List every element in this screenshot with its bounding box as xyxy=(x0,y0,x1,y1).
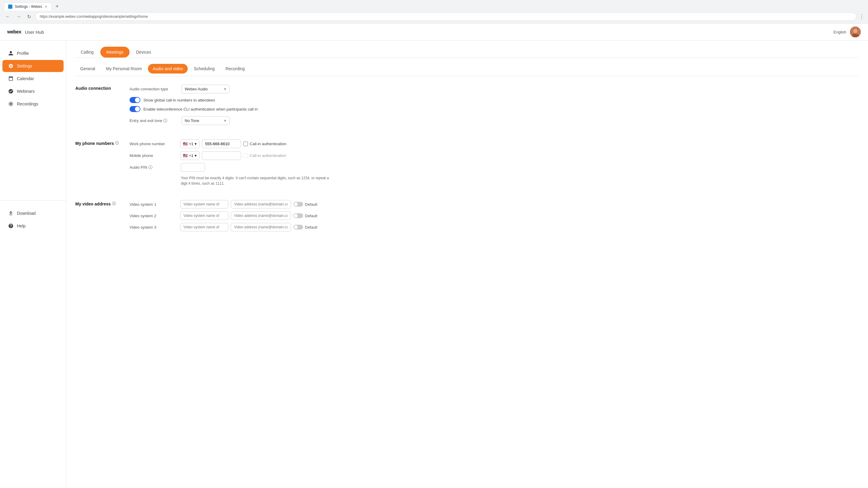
video-system-3-name-input[interactable] xyxy=(180,223,228,231)
sidebar-item-webinars[interactable]: Webinars xyxy=(2,85,64,97)
subtab-audio-video[interactable]: Audio and video xyxy=(148,64,188,73)
audio-pin-label: Audio PIN ⓘ xyxy=(129,165,178,170)
new-tab-button[interactable]: + xyxy=(53,3,61,10)
audio-pin-info-icon[interactable]: ⓘ xyxy=(149,165,152,170)
video-system-3-default: Default xyxy=(293,225,317,230)
video-system-3-address-input[interactable] xyxy=(231,223,291,231)
work-phone-chevron-icon: ▾ xyxy=(195,142,197,146)
chevron-down-icon: ▾ xyxy=(224,87,226,91)
sidebar-label-recordings: Recordings xyxy=(17,101,38,106)
forward-button[interactable]: → xyxy=(14,13,23,21)
audio-connection-label: Audio connection xyxy=(75,85,124,91)
logo-text: webex xyxy=(7,29,21,34)
video-system-2-address-input[interactable] xyxy=(231,211,291,220)
subtab-scheduling[interactable]: Scheduling xyxy=(189,64,219,73)
sub-tabs: General My Personal Room Audio and video… xyxy=(75,64,859,76)
tab-calling[interactable]: Calling xyxy=(75,47,99,58)
mobile-phone-label: Mobile phone xyxy=(129,153,178,158)
subtab-personal-room[interactable]: My Personal Room xyxy=(101,64,147,73)
top-tabs: Calling Meetings Devices xyxy=(75,47,859,58)
svg-point-1 xyxy=(853,29,858,33)
video-system-1-address-input[interactable] xyxy=(231,200,291,209)
video-system-1-label: Video system 1 xyxy=(129,202,178,207)
phone-numbers-label: My phone numbers ⓘ xyxy=(75,140,124,146)
video-system-2-default: Default xyxy=(293,213,317,218)
video-system-3-row: Video system 3 Default xyxy=(129,223,859,231)
work-phone-label: Work phone number xyxy=(129,142,178,146)
work-call-in-label: Call-in authentication xyxy=(250,142,286,146)
entry-exit-tone-info-icon[interactable]: ⓘ xyxy=(163,118,167,123)
sidebar-label-profile: Profile xyxy=(17,51,29,56)
work-phone-row: Work phone number 🇺🇸 +1 ▾ Call-in authen… xyxy=(129,140,859,148)
address-bar[interactable] xyxy=(35,12,857,21)
app-header: webex User Hub English xyxy=(0,24,868,41)
sidebar-label-download: Download xyxy=(17,211,36,216)
show-global-callin-toggle[interactable] xyxy=(129,97,141,103)
enable-cli-auth-toggle[interactable] xyxy=(129,106,141,112)
video-system-1-name-input[interactable] xyxy=(180,200,228,209)
toggle1-label: Show global call-in numbers to attendees xyxy=(144,98,215,102)
video-address-info-icon[interactable]: ⓘ xyxy=(112,201,116,206)
sidebar-item-profile[interactable]: Profile xyxy=(2,47,64,59)
webex-logo: webex xyxy=(7,29,21,35)
video-system-2-default-label: Default xyxy=(305,214,317,218)
sidebar-item-calendar[interactable]: Calendar xyxy=(2,72,64,85)
video-system-2-default-toggle[interactable] xyxy=(293,213,303,218)
video-address-content: Video system 1 Default Video system 2 xyxy=(129,200,859,234)
back-button[interactable]: ← xyxy=(4,13,12,21)
refresh-button[interactable]: ↻ xyxy=(25,13,33,21)
work-call-in-row: Call-in authentication xyxy=(243,142,286,146)
sidebar-label-help: Help xyxy=(17,223,26,228)
connection-type-row: Audio connection type Webex Audio ▾ xyxy=(129,85,859,93)
mobile-call-in-checkbox[interactable] xyxy=(243,153,248,158)
browser-more-button[interactable]: ⋮ xyxy=(859,13,864,20)
sidebar-item-recordings[interactable]: Recordings xyxy=(2,98,64,110)
avatar-image xyxy=(850,27,861,37)
toggle1-row: Show global call-in numbers to attendees xyxy=(129,97,859,103)
sidebar-item-download[interactable]: Download xyxy=(2,207,64,219)
pin-hint-text: Your PIN must be exactly 4 digits. It ca… xyxy=(181,175,332,186)
video-system-3-default-toggle[interactable] xyxy=(293,225,303,230)
phone-numbers-info-icon[interactable]: ⓘ xyxy=(115,141,119,146)
connection-type-select[interactable]: Webex Audio ▾ xyxy=(181,85,229,93)
subtab-recording[interactable]: Recording xyxy=(221,64,250,73)
entry-exit-tone-row: Entry and exit tone ⓘ No Tone ▾ xyxy=(129,116,859,125)
video-system-2-name-input[interactable] xyxy=(180,211,228,220)
header-right: English xyxy=(833,27,861,37)
browser-tab[interactable]: Settings - Webex ✕ xyxy=(4,2,52,10)
connection-type-label: Audio connection type xyxy=(129,87,178,91)
webinars-icon xyxy=(8,88,14,94)
work-call-in-checkbox[interactable] xyxy=(243,142,248,146)
toggle2-row: Enable teleconference CLI authentication… xyxy=(129,106,859,112)
mobile-phone-chevron-icon: ▾ xyxy=(195,153,197,158)
avatar[interactable] xyxy=(850,27,861,37)
work-phone-input[interactable] xyxy=(202,140,241,148)
mobile-call-in-label: Call-in authentication xyxy=(250,153,286,158)
audio-pin-row: Audio PIN ⓘ Your PIN must be exactly 4 d… xyxy=(129,163,859,186)
tab-devices[interactable]: Devices xyxy=(131,47,157,58)
video-system-1-default: Default xyxy=(293,202,317,207)
entry-exit-tone-value: No Tone xyxy=(185,118,199,123)
tone-chevron-icon: ▾ xyxy=(224,118,226,123)
sidebar-label-settings: Settings xyxy=(17,64,32,68)
sidebar-item-settings[interactable]: Settings xyxy=(2,60,64,72)
work-flag-icon: 🇺🇸 xyxy=(183,142,188,146)
sidebar-item-help[interactable]: Help xyxy=(2,220,64,232)
mobile-phone-country-select[interactable]: 🇺🇸 +1 ▾ xyxy=(180,151,199,160)
audio-pin-input[interactable] xyxy=(181,163,205,172)
subtab-general[interactable]: General xyxy=(75,64,100,73)
calendar-icon xyxy=(8,75,14,82)
video-address-section: My video address ⓘ Video system 1 Defaul… xyxy=(75,200,859,234)
entry-exit-tone-label: Entry and exit tone ⓘ xyxy=(129,118,178,123)
help-icon xyxy=(8,223,14,229)
work-phone-country-select[interactable]: 🇺🇸 +1 ▾ xyxy=(180,140,199,148)
mobile-phone-input[interactable] xyxy=(202,151,241,160)
language-label: English xyxy=(833,30,846,34)
work-phone-code: +1 xyxy=(189,142,193,146)
video-system-1-default-toggle[interactable] xyxy=(293,202,303,207)
entry-exit-tone-select[interactable]: No Tone ▾ xyxy=(181,116,229,125)
tab-meetings[interactable]: Meetings xyxy=(100,47,129,58)
video-system-3-default-label: Default xyxy=(305,225,317,230)
close-tab-button[interactable]: ✕ xyxy=(44,5,47,9)
toggle2-label: Enable teleconference CLI authentication… xyxy=(144,107,257,112)
